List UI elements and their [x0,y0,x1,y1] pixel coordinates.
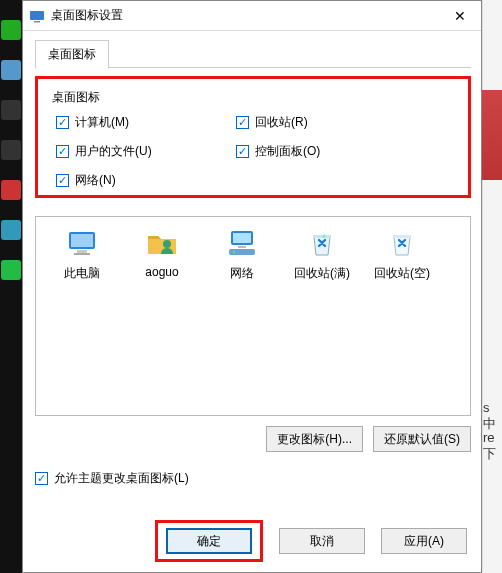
ok-button[interactable]: 确定 [166,528,252,554]
preview-this-pc[interactable]: 此电脑 [42,227,122,282]
svg-rect-0 [30,11,44,20]
check-icon: ✓ [56,116,69,129]
checkbox-label: 计算机(M) [75,114,129,131]
check-icon: ✓ [35,472,48,485]
preview-label: 回收站(满) [294,265,350,282]
check-icon: ✓ [236,116,249,129]
dialog-footer: 确定 取消 应用(A) [155,520,467,562]
userfolder-icon [146,227,178,259]
checkbox-label: 用户的文件(U) [75,143,152,160]
recycle-full-icon [306,227,338,259]
svg-rect-3 [71,234,93,247]
svg-rect-9 [238,246,246,248]
recycle-empty-icon [386,227,418,259]
svg-point-6 [163,240,171,248]
background-image-fragment [482,90,502,180]
preview-label: aoguo [145,265,178,279]
desktop-icon-settings-dialog: 桌面图标设置 ✕ 桌面图标 桌面图标 ✓ 计算机(M) ✓ 回收站(R) ✓ 用… [22,0,482,573]
checkbox-label: 回收站(R) [255,114,308,131]
background-right: s 中 re 下 [482,0,502,573]
checkbox-label: 控制面板(O) [255,143,320,160]
checkbox-label: 允许主题更改桌面图标(L) [54,470,189,487]
desktop-dock [0,0,22,573]
titlebar: 桌面图标设置 ✕ [23,1,481,31]
check-icon: ✓ [56,174,69,187]
system-icon [29,8,45,24]
checkbox-userfiles[interactable]: ✓ 用户的文件(U) [56,143,236,160]
tab-desktop-icons[interactable]: 桌面图标 [35,40,109,69]
apply-button[interactable]: 应用(A) [381,528,467,554]
preview-label: 此电脑 [64,265,100,282]
ok-highlight: 确定 [155,520,263,562]
background-text: s 中 [483,400,500,433]
preview-label: 网络 [230,265,254,282]
checkbox-allow-theme[interactable]: ✓ 允许主题更改桌面图标(L) [35,470,471,487]
check-icon: ✓ [56,145,69,158]
preview-recycle-empty[interactable]: 回收站(空) [362,227,442,282]
background-text: re 下 [483,430,500,463]
group-title: 桌面图标 [52,89,454,106]
pc-icon [66,227,98,259]
checkbox-computer[interactable]: ✓ 计算机(M) [56,114,236,131]
check-icon: ✓ [236,145,249,158]
checkbox-network[interactable]: ✓ 网络(N) [56,172,236,189]
svg-rect-5 [74,253,90,255]
cancel-button[interactable]: 取消 [279,528,365,554]
checkbox-controlpanel[interactable]: ✓ 控制面板(O) [236,143,416,160]
preview-recycle-full[interactable]: 回收站(满) [282,227,362,282]
checkbox-recycle[interactable]: ✓ 回收站(R) [236,114,416,131]
svg-rect-1 [34,21,40,23]
preview-label: 回收站(空) [374,265,430,282]
change-icon-button[interactable]: 更改图标(H)... [266,426,363,452]
icon-preview-list: 此电脑 aoguo 网络 [35,216,471,416]
checkbox-label: 网络(N) [75,172,116,189]
dialog-body: 桌面图标 桌面图标 ✓ 计算机(M) ✓ 回收站(R) ✓ 用户的文件(U) ✓ [23,31,481,497]
close-icon[interactable]: ✕ [445,4,475,28]
svg-rect-4 [77,250,87,253]
preview-user-folder[interactable]: aoguo [122,227,202,279]
network-icon [226,227,258,259]
restore-default-button[interactable]: 还原默认值(S) [373,426,471,452]
window-title: 桌面图标设置 [51,7,445,24]
svg-point-11 [233,251,235,253]
desktop-icons-group: 桌面图标 ✓ 计算机(M) ✓ 回收站(R) ✓ 用户的文件(U) ✓ 控制面板… [35,76,471,198]
preview-network[interactable]: 网络 [202,227,282,282]
svg-rect-8 [233,233,251,243]
